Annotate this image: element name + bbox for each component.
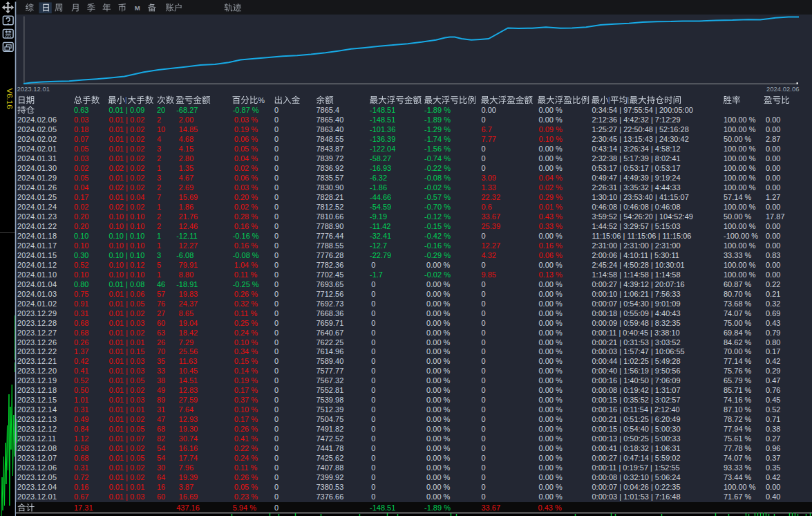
- svg-text:0: 0: [482, 376, 486, 385]
- svg-text:0:00:15 | 0:35:52 | 3:02:57: 0:00:15 | 0:35:52 | 3:02:57: [592, 396, 681, 404]
- svg-text:0.6: 0.6: [482, 203, 492, 211]
- svg-text:0: 0: [274, 386, 278, 394]
- svg-text:-148.51: -148.51: [370, 106, 395, 114]
- svg-text:0.76: 0.76: [766, 386, 780, 394]
- svg-text:0.01 | 0.02: 0.01 | 0.02: [109, 135, 145, 143]
- svg-text:0: 0: [371, 329, 375, 337]
- svg-text:0.00 %: 0.00 %: [539, 492, 563, 501]
- svg-text:0: 0: [482, 483, 486, 491]
- svg-text:100.00 %: 100.00 %: [724, 154, 756, 163]
- svg-text:0.00: 0.00: [766, 183, 780, 192]
- svg-text:0.21: 0.21: [766, 290, 780, 298]
- svg-text:0.01 | 0.07: 0.01 | 0.07: [109, 434, 145, 443]
- svg-text:2024.01.02: 2024.01.02: [17, 300, 57, 308]
- svg-text:0.00 %: 0.00 %: [539, 405, 563, 414]
- svg-text:0.10 | 0.10: 0.10 | 0.10: [109, 270, 145, 279]
- svg-text:0.30: 0.30: [74, 251, 88, 259]
- svg-text:0:00:40 | 1:56:19 | 9:50:56: 0:00:40 | 1:56:19 | 9:50:56: [592, 367, 681, 375]
- svg-text:0.19 %: 0.19 %: [234, 125, 258, 133]
- svg-text:7.77: 7.77: [482, 135, 496, 143]
- svg-text:0.00 %: 0.00 %: [426, 492, 450, 501]
- svg-text:0.00 %: 0.00 %: [426, 396, 450, 404]
- svg-text:0.29: 0.29: [766, 367, 780, 375]
- svg-text:0.03: 0.03: [74, 116, 88, 124]
- svg-text:100.00 %: 100.00 %: [724, 183, 756, 192]
- svg-text:0: 0: [274, 212, 278, 221]
- svg-text:437.16: 437.16: [176, 504, 200, 512]
- svg-text:0.06 %: 0.06 %: [539, 251, 563, 259]
- svg-text:0:00:07 | 0:54:30 | 9:01:09: 0:00:07 | 0:54:30 | 9:01:09: [592, 300, 681, 308]
- svg-text:0:00:21 | 0:31:53 | 3:03:52: 0:00:21 | 0:31:53 | 3:03:52: [592, 338, 681, 347]
- svg-text:0:53:17 | 0:53:17 | 0:53:17: 0:53:17 | 0:53:17 | 0:53:17: [592, 164, 681, 172]
- svg-text:35: 35: [157, 357, 165, 365]
- svg-text:-68.27: -68.27: [176, 106, 198, 114]
- svg-text:27: 27: [157, 309, 165, 317]
- svg-text:0.58: 0.58: [74, 444, 88, 452]
- svg-text:93.33 %: 93.33 %: [724, 463, 752, 472]
- svg-text:2: 2: [157, 154, 161, 163]
- svg-text:7828.21: 7828.21: [317, 193, 344, 201]
- svg-text:2.87: 2.87: [766, 135, 780, 143]
- svg-text:0: 0: [274, 504, 278, 512]
- svg-text:2023.12.12: 2023.12.12: [17, 425, 57, 433]
- svg-text:7552.81: 7552.81: [317, 386, 344, 394]
- svg-text:0.24 %: 0.24 %: [234, 329, 258, 337]
- svg-text:0: 0: [274, 290, 278, 298]
- svg-text:0.15 %: 0.15 %: [234, 357, 258, 365]
- svg-text:2023.12.07: 2023.12.07: [17, 454, 57, 462]
- svg-text:0: 0: [482, 145, 486, 153]
- svg-text:2024.01.10: 2024.01.10: [17, 270, 57, 279]
- svg-text:2024.01.03: 2024.01.03: [17, 290, 57, 298]
- svg-text:0: 0: [274, 300, 278, 308]
- svg-text:1:14:58 | 1:14:58 | 1:14:58: 1:14:58 | 1:14:58 | 1:14:58: [592, 270, 681, 279]
- svg-text:-6.32: -6.32: [370, 174, 387, 182]
- svg-text:4.67: 4.67: [179, 174, 193, 182]
- svg-text:0.28 %: 0.28 %: [234, 212, 258, 221]
- svg-text:0.32: 0.32: [766, 300, 780, 308]
- svg-text:0.40: 0.40: [766, 492, 780, 501]
- svg-text:7839.72: 7839.72: [317, 154, 344, 163]
- svg-text:0: 0: [482, 463, 486, 472]
- svg-text:0: 0: [371, 483, 375, 491]
- svg-text:0.00 %: 0.00 %: [539, 145, 563, 153]
- svg-text:0.47: 0.47: [766, 376, 780, 385]
- svg-text:0:00:16 | 0:11:54 | 2:12:40: 0:00:16 | 0:11:54 | 2:12:40: [592, 405, 680, 414]
- svg-text:0.00 %: 0.00 %: [539, 396, 563, 404]
- svg-text:75.00 %: 75.00 %: [724, 319, 752, 327]
- svg-text:-0.16 %: -0.16 %: [233, 232, 259, 240]
- svg-text:19.83: 19.83: [179, 290, 198, 298]
- svg-text:0.01 | 0.02: 0.01 | 0.02: [109, 444, 145, 452]
- svg-text:0.03: 0.03: [74, 154, 88, 163]
- svg-text:0.00: 0.00: [766, 241, 780, 250]
- svg-text:0: 0: [371, 396, 375, 404]
- svg-text:0: 0: [482, 415, 486, 423]
- svg-text:100.00 %: 100.00 %: [724, 222, 756, 230]
- svg-text:0.02: 0.02: [74, 164, 88, 172]
- svg-text:0.01 | 0.03: 0.01 | 0.03: [109, 492, 145, 501]
- svg-text:80.70 %: 80.70 %: [724, 290, 752, 298]
- svg-text:0.06 %: 0.06 %: [234, 135, 258, 143]
- svg-text:1.12: 1.12: [74, 434, 88, 443]
- svg-text:0: 0: [482, 309, 486, 317]
- svg-text:0.01 | 0.15: 0.01 | 0.15: [109, 347, 145, 356]
- svg-text:100.00 %: 100.00 %: [724, 241, 756, 250]
- svg-text:-0.15 %: -0.15 %: [424, 222, 451, 230]
- svg-text:7782.36: 7782.36: [317, 261, 344, 269]
- svg-text:0:00:13 | 0:50:25 | 5:00:33: 0:00:13 | 0:50:25 | 5:00:33: [592, 434, 681, 443]
- svg-text:-0.22 %: -0.22 %: [424, 164, 451, 172]
- svg-text:0.02 | 0.02: 0.02 | 0.02: [109, 164, 145, 172]
- svg-text:0: 0: [274, 261, 278, 269]
- svg-text:1: 1: [157, 203, 161, 211]
- svg-text:0.14 %: 0.14 %: [234, 367, 258, 375]
- svg-text:0: 0: [274, 444, 278, 452]
- svg-text:7640.67: 7640.67: [317, 329, 344, 337]
- svg-text:0.26: 0.26: [74, 338, 88, 347]
- svg-text:1:25:27 | 22:50:48 | 52:16:28: 1:25:27 | 22:50:48 | 52:16:28: [592, 125, 689, 133]
- svg-text:3: 3: [157, 145, 161, 153]
- svg-text:0: 0: [274, 251, 278, 259]
- svg-text:0.02: 0.02: [74, 203, 88, 211]
- svg-text:0: 0: [482, 347, 486, 356]
- svg-text:1.86: 1.86: [179, 203, 193, 211]
- svg-text:0:00:21 | 0:51:25 | 6:20:49: 0:00:21 | 0:51:25 | 6:20:49: [592, 415, 681, 423]
- svg-text:0: 0: [274, 280, 278, 288]
